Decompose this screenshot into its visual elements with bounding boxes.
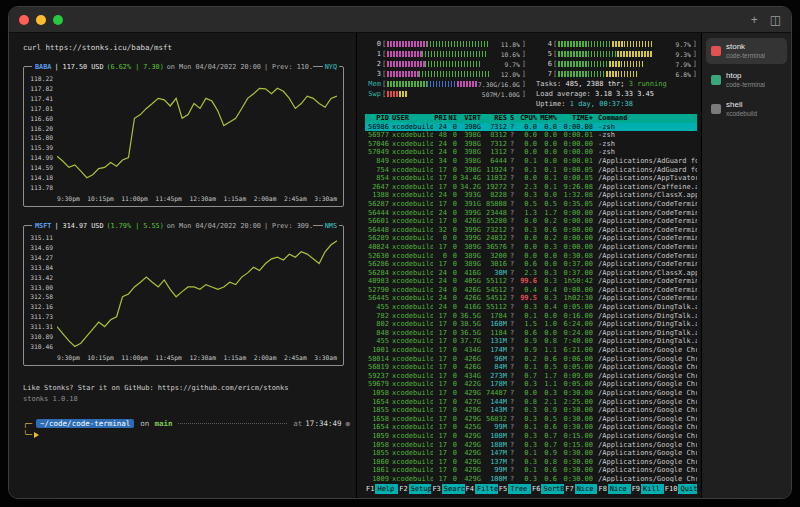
process-row[interactable]: 1855xcodebuild170429G143M?0.30.90:30.00/…: [365, 406, 697, 415]
fkey-number: F1: [365, 484, 375, 494]
process-row[interactable]: 56445xcodebuild240426G54512?99.50.31h02:…: [365, 294, 697, 303]
process-row[interactable]: 848xcodebuild17036.5G1184?0.60.00:24.00/…: [365, 329, 697, 338]
column-header-res[interactable]: RES: [481, 114, 507, 123]
sidebar-item-stonk[interactable]: stonkcode-terminal: [706, 38, 787, 64]
y-tick-label: 113.78: [27, 184, 53, 191]
column-header-user[interactable]: USER: [389, 114, 433, 123]
new-tab-icon[interactable]: +: [751, 14, 758, 26]
fkey-f5[interactable]: F5Tree: [498, 484, 531, 494]
process-row[interactable]: 56444xcodebuild240399G23448?1.31.70:00.0…: [365, 209, 697, 218]
process-row[interactable]: 1001xcodebuild170434G174M?0.91.16:21.00/…: [365, 346, 697, 355]
process-table-header[interactable]: PIDUSERPRINIVIRTRESSCPU%MEM%TIME+Command: [365, 114, 697, 123]
ticker-symbol: MSFT: [35, 221, 51, 231]
sidebar-item-shell[interactable]: shellxcodebuild: [706, 96, 787, 122]
process-table-body: 56986xcodebuild240398G7312?0.00.00:00.08…: [365, 123, 697, 482]
fkey-f7[interactable]: F7Nice -: [564, 484, 597, 494]
minimize-button[interactable]: [36, 15, 46, 25]
process-row[interactable]: 56287xcodebuild170391G85808?0.50.50:35.0…: [365, 200, 697, 209]
process-row[interactable]: 1059xcodebuild170429G108M?0.30.70:15.00/…: [365, 432, 697, 441]
x-tick-label: 1:15am: [223, 195, 246, 202]
x-tick-label: 2:45am: [284, 195, 307, 202]
fkey-f10[interactable]: F10Quit: [664, 484, 697, 494]
process-row[interactable]: 58014xcodebuild170426G96M?0.20.60:06.00/…: [365, 355, 697, 364]
process-row[interactable]: 1855xcodebuild170429G147M?0.10.90:30.00/…: [365, 449, 697, 458]
column-header-time[interactable]: TIME+: [557, 114, 593, 123]
process-row[interactable]: 1388xcodebuild240393G8228?0.30.01:32.08/…: [365, 191, 697, 200]
process-row[interactable]: 59237xcodebuild170434G273M?0.71.70:09.00…: [365, 372, 697, 381]
process-row[interactable]: 56601xcodebuild170426G35280?0.00.20:00.0…: [365, 217, 697, 226]
process-row[interactable]: 52630xcodebuild00389G3200?0.00.00:30.08/…: [365, 252, 697, 261]
split-pane-icon[interactable]: ◫: [770, 14, 781, 26]
column-header-ni[interactable]: NI: [447, 114, 457, 123]
process-row[interactable]: 2647xcodebuild17034.2G19272?2.30.19:26.0…: [365, 183, 697, 192]
htop-session-icon: [711, 75, 721, 85]
process-row[interactable]: 802xcodebuild17038.5G168M?1.51.06:24.00/…: [365, 320, 697, 329]
process-row[interactable]: 40983xcodebuild240405G55112?99.60.31h50:…: [365, 277, 697, 286]
session-title: stonk: [726, 42, 765, 52]
process-row[interactable]: 56819xcodebuild170426G84M?0.10.50:05.00/…: [365, 363, 697, 372]
process-row[interactable]: 1860xcodebuild170429G137M?0.30.80:30.00/…: [365, 458, 697, 467]
process-row[interactable]: 59679xcodebuild170422G178M?0.31.10:05.00…: [365, 380, 697, 389]
column-header-command[interactable]: Command: [593, 114, 697, 123]
process-row[interactable]: 782xcodebuild17036.5G1784?0.10.00:16.00/…: [365, 312, 697, 321]
fkey-f2[interactable]: F2Setup: [398, 484, 431, 494]
process-row[interactable]: 754xcodebuild170398G11924?0.10.10:00.05/…: [365, 166, 697, 175]
y-tick-label: 114.59: [27, 164, 53, 171]
fkey-f1[interactable]: F1Help: [365, 484, 398, 494]
x-tick-label: 11:00pm: [121, 195, 148, 202]
fkey-f6[interactable]: F6SortBy: [531, 484, 564, 494]
y-tick-label: 116.60: [27, 115, 53, 122]
cpu-meter-0: 0[11.8%]: [365, 39, 526, 49]
ticker-symbol: BABA: [35, 62, 51, 72]
htop-pane[interactable]: 0[11.8%]1[10.6%]2[9.7%]3[12.0%] Mem[7.30…: [357, 33, 701, 498]
process-row[interactable]: 56284xcodebuild240416G30M?2.30.30:37.00/…: [365, 269, 697, 278]
y-tick-label: 313.42: [27, 274, 53, 281]
column-header-cpu[interactable]: CPU%: [517, 114, 537, 123]
process-row[interactable]: 52790xcodebuild240426G54512?0.40.40:00.0…: [365, 286, 697, 295]
process-row[interactable]: 1058xcodebuild170429G74487?0.00.30:30.00…: [365, 389, 697, 398]
close-button[interactable]: [19, 15, 29, 25]
fkey-f3[interactable]: F3Search: [431, 484, 464, 494]
fkey-f8[interactable]: F8Nice +: [597, 484, 630, 494]
meter-label: Mem: [365, 80, 381, 88]
process-row[interactable]: 56448xcodebuild320399G73212?0.30.60:00.0…: [365, 226, 697, 235]
stonks-pane[interactable]: curl https://stonks.icu/baba/msft BABA |…: [9, 33, 357, 498]
process-row[interactable]: 1009xcodebuild170429G100M?0.30.60:30.00/…: [365, 475, 697, 482]
ticker-prev-close: | Prev: 309.42 |: [264, 221, 313, 231]
cursor[interactable]: [39, 430, 44, 439]
meter-bar: 9.3%: [558, 51, 692, 58]
process-row[interactable]: 455xcodebuild240416G55112?0.30.40:05.00/…: [365, 303, 697, 312]
column-header-pid[interactable]: PID: [365, 114, 389, 123]
process-row[interactable]: 455xcodebuild17037.7G131M?0.90.87:40.00/…: [365, 337, 697, 346]
process-row[interactable]: 1654xcodebuild170427G144M?0.82.12:25.00/…: [365, 398, 697, 407]
prompt-fill-line: [178, 423, 287, 424]
process-row[interactable]: 56986xcodebuild240398G7312?0.00.00:00.08…: [365, 123, 697, 132]
process-row[interactable]: 1861xcodebuild170429G99M?0.10.60:30.00/A…: [365, 466, 697, 475]
process-row[interactable]: 56977xcodebuild480398G8312?0.00.00:00.01…: [365, 131, 697, 140]
process-row[interactable]: 40824xcodebuild170389G36576?0.00.30:00.0…: [365, 243, 697, 252]
process-row[interactable]: 57046xcodebuild240398G7312?0.00.00:00.00…: [365, 140, 697, 149]
column-header-virt[interactable]: VIRT: [457, 114, 481, 123]
process-row[interactable]: 1654xcodebuild170425G99M?0.10.60:30.00/A…: [365, 423, 697, 432]
sidebar-item-htop[interactable]: htopcode-terminal: [706, 67, 787, 93]
process-row[interactable]: 854xcodebuild17034.4G11032?0.00.10:00.85…: [365, 174, 697, 183]
fkey-number: F5: [498, 484, 508, 494]
fkey-f9[interactable]: F9Kill: [631, 484, 664, 494]
meter-bar: 507M/1.00G: [387, 91, 521, 98]
column-header-pri[interactable]: PRI: [433, 114, 447, 123]
process-row[interactable]: 56289xcodebuild00399G24832?0.00.20:00.00…: [365, 234, 697, 243]
meter-value: 7.9%: [676, 61, 691, 68]
fkey-f4[interactable]: F4Filter: [465, 484, 498, 494]
process-row[interactable]: 849xcodebuild340398G6444?0.10.00:00.01/A…: [365, 157, 697, 166]
zoom-button[interactable]: [53, 15, 63, 25]
terminal-window: + ◫ curl https://stonks.icu/baba/msft BA…: [8, 6, 792, 499]
process-row[interactable]: 1658xcodebuild170429G56832?0.30.50:30.00…: [365, 415, 697, 424]
fkey-action-label: Filter: [475, 484, 498, 494]
meter-label: 2: [365, 60, 381, 68]
process-row[interactable]: 1058xcodebuild170429G188M?0.30.70:15.00/…: [365, 441, 697, 450]
column-header-mem[interactable]: MEM%: [537, 114, 557, 123]
column-header-s[interactable]: S: [507, 114, 517, 123]
process-row[interactable]: 57049xcodebuild240398G1312?0.00.00:00.00…: [365, 148, 697, 157]
process-row[interactable]: 56286xcodebuild170389G3016?0.60.00:37.00…: [365, 260, 697, 269]
summary-right-column: 4[9.7%]5[9.3%]6[7.9%]7[6.8%] Tasks: 485,…: [536, 39, 697, 109]
